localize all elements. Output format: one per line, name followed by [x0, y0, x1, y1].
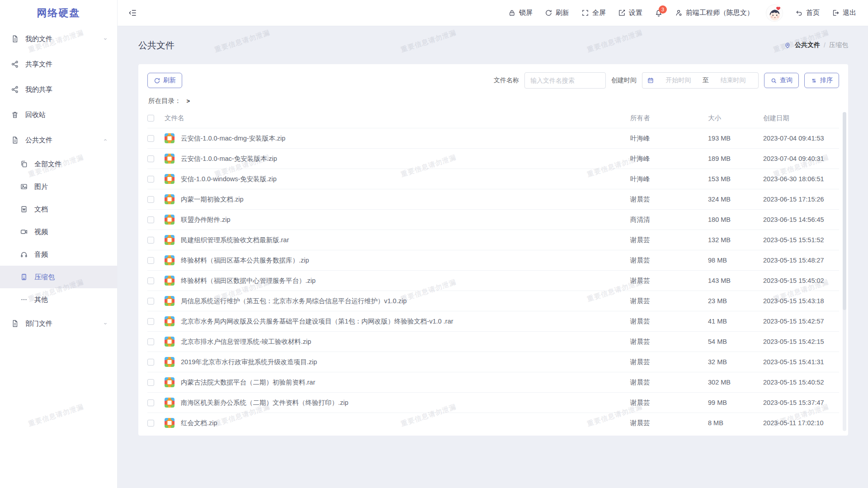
sidebar-item-images[interactable]: 图片	[0, 175, 117, 198]
sidebar-item-label: 图片	[34, 183, 48, 191]
row-checkbox[interactable]	[147, 359, 154, 366]
table-row: 北京市水务局内网改版及公共服务基础平台建设项目（第1包：内网改版）终验验文档-v…	[147, 311, 839, 331]
row-checkbox[interactable]	[147, 298, 154, 305]
filters-group: 文件名称 创建时间 开始时间 至 结束时间 查询	[494, 72, 839, 89]
sort-button[interactable]: 排序	[804, 73, 839, 88]
search-icon	[770, 77, 777, 84]
sidebar-item-all-files[interactable]: 全部文件	[0, 153, 117, 175]
sort-label: 排序	[820, 76, 833, 84]
sidebar-item-label: 部门文件	[25, 319, 103, 328]
date-range-to-label: 至	[703, 76, 709, 84]
sidebar-item-shared-files[interactable]: 共享文件	[0, 52, 117, 77]
sidebar-item-archives[interactable]: 压缩包	[0, 266, 117, 288]
query-button[interactable]: 查询	[764, 73, 799, 88]
file-name[interactable]: 内蒙一期初验文档.zip	[181, 195, 630, 204]
file-owner: 谢晨芸	[630, 297, 708, 305]
query-label: 查询	[780, 76, 793, 84]
edit-square-icon	[618, 9, 626, 17]
row-checkbox[interactable]	[147, 277, 154, 284]
date-range-picker[interactable]: 开始时间 至 结束时间	[642, 72, 759, 89]
row-checkbox[interactable]	[147, 399, 154, 406]
file-date: 2023-05-15 15:51:52	[763, 236, 839, 244]
file-name[interactable]: 云安信-1.0.0-mac-免安装版本.zip	[181, 155, 630, 163]
logout-button[interactable]: 退出	[832, 9, 856, 17]
start-date-placeholder[interactable]: 开始时间	[658, 76, 699, 84]
avatar[interactable]	[766, 5, 783, 22]
user-icon	[675, 9, 683, 17]
sidebar-item-audio[interactable]: 音频	[0, 243, 117, 266]
lock-screen-button[interactable]: 锁屏	[508, 9, 533, 17]
file-name[interactable]: 内蒙古法院大数据平台（二期）初验前资料.rar	[181, 378, 630, 387]
file-name[interactable]: 终验材料（福田区数据中心管理服务平台）.zip	[181, 277, 630, 285]
sort-arrows-icon	[811, 77, 817, 84]
file-name[interactable]: 红会文档.zip	[181, 419, 630, 427]
vertical-scrollbar[interactable]	[843, 112, 846, 431]
file-name[interactable]: 2019年北京市水行政审批系统升级改造项目.zip	[181, 358, 630, 366]
row-checkbox[interactable]	[147, 420, 154, 427]
file-name[interactable]: 云安信-1.0.0-mac-dmg-安装版本.zip	[181, 134, 630, 143]
main-area: 锁屏 刷新 全屏 设置 3	[118, 0, 868, 488]
sidebar-item-documents[interactable]: 文档	[0, 198, 117, 221]
page-header: 公共文件 公共文件 / 压缩包	[138, 26, 848, 64]
column-header-name: 文件名	[165, 114, 630, 122]
table-row: 民建组织管理系统验收文档最新版.rar 谢晨芸 132 MB 2023-05-1…	[147, 230, 839, 250]
file-date: 2023-07-04 09:41:53	[763, 135, 839, 142]
row-checkbox[interactable]	[147, 257, 154, 264]
row-checkbox[interactable]	[147, 338, 154, 345]
logout-icon	[832, 9, 840, 17]
row-checkbox[interactable]	[147, 135, 154, 142]
file-name[interactable]: 联盟办件附件.zip	[181, 216, 630, 224]
sidebar-item-recycle-bin[interactable]: 回收站	[0, 102, 117, 127]
column-header-owner: 所有者	[630, 114, 708, 122]
file-owner: 谢晨芸	[630, 195, 708, 204]
settings-button[interactable]: 设置	[618, 9, 642, 17]
filename-search-input[interactable]	[524, 72, 606, 89]
row-checkbox[interactable]	[147, 237, 154, 244]
current-directory-row: 所在目录： >	[148, 97, 839, 105]
scrollbar-thumb[interactable]	[843, 112, 846, 310]
home-button[interactable]: 首页	[795, 9, 820, 17]
user-menu[interactable]: 前端工程师（陈思文）	[675, 9, 754, 17]
row-checkbox[interactable]	[147, 379, 154, 386]
zip-file-icon	[165, 174, 175, 184]
file-owner: 叶海峰	[630, 134, 708, 143]
table-row: 南海区机关新办公系统（二期）文件资料（终验打印）.zip 谢晨芸 99 MB 2…	[147, 392, 839, 413]
file-name[interactable]: 终验材料（福田区基本公共服务数据库）.zip	[181, 256, 630, 265]
sidebar-item-public-files[interactable]: 公共文件	[0, 127, 117, 153]
file-name[interactable]: 安信-1.0.0-windows-免安装版.zip	[181, 175, 630, 183]
file-date: 2023-05-15 15:48:27	[763, 257, 839, 264]
end-date-placeholder[interactable]: 结束时间	[712, 76, 754, 84]
sidebar-item-others[interactable]: 其他	[0, 288, 117, 311]
row-checkbox[interactable]	[147, 318, 154, 325]
notifications-button[interactable]: 3	[655, 9, 663, 17]
row-checkbox[interactable]	[147, 216, 154, 223]
sidebar-item-label: 全部文件	[34, 160, 61, 169]
file-owner: 谢晨芸	[630, 236, 708, 244]
table-row: 内蒙一期初验文档.zip 谢晨芸 324 MB 2023-06-15 17:15…	[147, 189, 839, 209]
table-body: 云安信-1.0.0-mac-dmg-安装版本.zip 叶海峰 193 MB 20…	[147, 128, 839, 433]
sidebar-item-label: 音频	[34, 250, 48, 259]
breadcrumb-root[interactable]: 公共文件	[795, 41, 820, 49]
fullscreen-button[interactable]: 全屏	[581, 9, 606, 17]
file-size: 99 MB	[708, 399, 763, 406]
file-name[interactable]: 南海区机关新办公系统（二期）文件资料（终验打印）.zip	[181, 399, 630, 407]
file-date: 2023-05-15 15:45:02	[763, 277, 839, 284]
zip-file-icon	[165, 418, 175, 428]
select-all-checkbox[interactable]	[147, 115, 154, 122]
sidebar-item-my-shares[interactable]: 我的共享	[0, 77, 117, 102]
file-name[interactable]: 北京市水务局内网改版及公共服务基础平台建设项目（第1包：内网改版）终验验文档-v…	[181, 317, 630, 326]
collapse-sidebar-icon[interactable]	[128, 9, 137, 17]
sidebar-item-my-files[interactable]: 我的文件	[0, 26, 117, 52]
row-checkbox[interactable]	[147, 196, 154, 203]
table-row: 云安信-1.0.0-mac-dmg-安装版本.zip 叶海峰 193 MB 20…	[147, 128, 839, 148]
file-name[interactable]: 局信息系统运行维护（第五包：北京市水务局综合信息平台运行维护）v1.0.zip	[181, 297, 630, 305]
row-checkbox[interactable]	[147, 176, 154, 183]
refresh-page-button[interactable]: 刷新	[545, 9, 569, 17]
file-name[interactable]: 民建组织管理系统验收文档最新版.rar	[181, 236, 630, 244]
file-name[interactable]: 北京市排水户信息管理系统-竣工验收材料.zip	[181, 338, 630, 346]
row-checkbox[interactable]	[147, 155, 154, 162]
refresh-list-button[interactable]: 刷新	[147, 73, 182, 88]
filename-filter-label: 文件名称	[494, 76, 519, 84]
sidebar-item-department-files[interactable]: 部门文件	[0, 311, 117, 336]
sidebar-item-videos[interactable]: 视频	[0, 221, 117, 243]
